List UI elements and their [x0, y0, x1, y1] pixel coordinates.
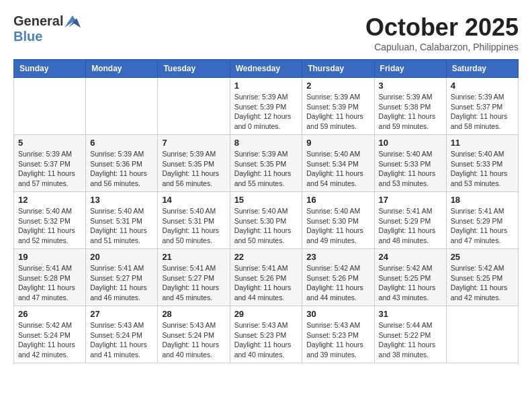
day-info: Sunrise: 5:40 AM Sunset: 5:31 PM Dayligh…	[90, 206, 153, 246]
header-friday: Friday	[374, 60, 446, 78]
day-number: 7	[162, 138, 225, 148]
day-number: 29	[234, 309, 298, 319]
day-info: Sunrise: 5:39 AM Sunset: 5:39 PM Dayligh…	[234, 92, 298, 132]
day-number: 12	[18, 195, 81, 205]
day-info: Sunrise: 5:39 AM Sunset: 5:35 PM Dayligh…	[162, 149, 225, 189]
day-number: 31	[379, 309, 442, 319]
day-info: Sunrise: 5:42 AM Sunset: 5:26 PM Dayligh…	[306, 263, 369, 303]
logo: General Blue	[13, 13, 81, 44]
day-info: Sunrise: 5:41 AM Sunset: 5:26 PM Dayligh…	[234, 263, 298, 303]
calendar-header-row: Sunday Monday Tuesday Wednesday Thursday…	[14, 60, 519, 78]
day-info: Sunrise: 5:39 AM Sunset: 5:37 PM Dayligh…	[451, 92, 514, 132]
calendar-cell: 1Sunrise: 5:39 AM Sunset: 5:39 PM Daylig…	[230, 78, 302, 135]
day-number: 25	[451, 252, 514, 262]
day-number: 6	[90, 138, 153, 148]
location: Capuluan, Calabarzon, Philippines	[365, 42, 519, 52]
day-info: Sunrise: 5:41 AM Sunset: 5:29 PM Dayligh…	[379, 206, 442, 246]
calendar-cell: 28Sunrise: 5:43 AM Sunset: 5:24 PM Dayli…	[158, 306, 230, 363]
week-row-3: 12Sunrise: 5:40 AM Sunset: 5:32 PM Dayli…	[14, 192, 519, 249]
calendar-cell: 13Sunrise: 5:40 AM Sunset: 5:31 PM Dayli…	[86, 192, 158, 249]
calendar-cell: 16Sunrise: 5:40 AM Sunset: 5:30 PM Dayli…	[302, 192, 374, 249]
calendar-cell: 6Sunrise: 5:39 AM Sunset: 5:36 PM Daylig…	[86, 135, 158, 192]
calendar-cell: 8Sunrise: 5:39 AM Sunset: 5:35 PM Daylig…	[230, 135, 302, 192]
calendar-cell: 7Sunrise: 5:39 AM Sunset: 5:35 PM Daylig…	[158, 135, 230, 192]
day-info: Sunrise: 5:39 AM Sunset: 5:36 PM Dayligh…	[90, 149, 153, 189]
day-info: Sunrise: 5:41 AM Sunset: 5:27 PM Dayligh…	[162, 263, 225, 303]
day-number: 28	[162, 309, 225, 319]
day-number: 9	[306, 138, 369, 148]
day-number: 3	[379, 81, 442, 91]
day-info: Sunrise: 5:43 AM Sunset: 5:24 PM Dayligh…	[162, 320, 225, 360]
day-number: 23	[306, 252, 369, 262]
day-number: 11	[451, 138, 514, 148]
calendar-cell: 25Sunrise: 5:42 AM Sunset: 5:25 PM Dayli…	[446, 249, 518, 306]
calendar-table: Sunday Monday Tuesday Wednesday Thursday…	[13, 59, 519, 363]
day-info: Sunrise: 5:41 AM Sunset: 5:29 PM Dayligh…	[451, 206, 514, 246]
day-number: 2	[306, 81, 369, 91]
day-number: 13	[90, 195, 153, 205]
week-row-1: 1Sunrise: 5:39 AM Sunset: 5:39 PM Daylig…	[14, 78, 519, 135]
day-info: Sunrise: 5:43 AM Sunset: 5:24 PM Dayligh…	[90, 320, 153, 360]
logo-bird-icon	[64, 15, 81, 28]
calendar-cell: 10Sunrise: 5:40 AM Sunset: 5:33 PM Dayli…	[374, 135, 446, 192]
day-number: 30	[306, 309, 369, 319]
day-number: 26	[18, 309, 81, 319]
calendar-cell: 3Sunrise: 5:39 AM Sunset: 5:38 PM Daylig…	[374, 78, 446, 135]
logo-blue-text: Blue	[13, 29, 42, 44]
calendar-cell: 29Sunrise: 5:43 AM Sunset: 5:23 PM Dayli…	[230, 306, 302, 363]
calendar-cell: 17Sunrise: 5:41 AM Sunset: 5:29 PM Dayli…	[374, 192, 446, 249]
day-info: Sunrise: 5:39 AM Sunset: 5:37 PM Dayligh…	[18, 149, 81, 189]
week-row-5: 26Sunrise: 5:42 AM Sunset: 5:24 PM Dayli…	[14, 306, 519, 363]
day-number: 14	[162, 195, 225, 205]
calendar-cell: 11Sunrise: 5:40 AM Sunset: 5:33 PM Dayli…	[446, 135, 518, 192]
header-wednesday: Wednesday	[230, 60, 302, 78]
calendar-cell: 4Sunrise: 5:39 AM Sunset: 5:37 PM Daylig…	[446, 78, 518, 135]
day-info: Sunrise: 5:40 AM Sunset: 5:33 PM Dayligh…	[379, 149, 442, 189]
day-number: 24	[379, 252, 442, 262]
day-info: Sunrise: 5:42 AM Sunset: 5:25 PM Dayligh…	[379, 263, 442, 303]
day-info: Sunrise: 5:40 AM Sunset: 5:31 PM Dayligh…	[162, 206, 225, 246]
day-info: Sunrise: 5:39 AM Sunset: 5:39 PM Dayligh…	[306, 92, 369, 132]
week-row-4: 19Sunrise: 5:41 AM Sunset: 5:28 PM Dayli…	[14, 249, 519, 306]
calendar-cell: 22Sunrise: 5:41 AM Sunset: 5:26 PM Dayli…	[230, 249, 302, 306]
day-number: 8	[234, 138, 298, 148]
day-number: 16	[306, 195, 369, 205]
day-number: 1	[234, 81, 298, 91]
logo-general-text: General	[13, 13, 63, 29]
calendar-cell: 27Sunrise: 5:43 AM Sunset: 5:24 PM Dayli…	[86, 306, 158, 363]
day-info: Sunrise: 5:40 AM Sunset: 5:30 PM Dayligh…	[306, 206, 369, 246]
calendar-cell: 24Sunrise: 5:42 AM Sunset: 5:25 PM Dayli…	[374, 249, 446, 306]
title-block: October 2025 Capuluan, Calabarzon, Phili…	[365, 13, 519, 52]
calendar-cell: 26Sunrise: 5:42 AM Sunset: 5:24 PM Dayli…	[14, 306, 86, 363]
day-number: 21	[162, 252, 225, 262]
day-info: Sunrise: 5:40 AM Sunset: 5:33 PM Dayligh…	[451, 149, 514, 189]
calendar-cell: 20Sunrise: 5:41 AM Sunset: 5:27 PM Dayli…	[86, 249, 158, 306]
day-number: 10	[379, 138, 442, 148]
day-number: 22	[234, 252, 298, 262]
calendar-cell	[446, 306, 518, 363]
calendar-cell: 21Sunrise: 5:41 AM Sunset: 5:27 PM Dayli…	[158, 249, 230, 306]
calendar-cell: 31Sunrise: 5:44 AM Sunset: 5:22 PM Dayli…	[374, 306, 446, 363]
calendar-cell: 30Sunrise: 5:43 AM Sunset: 5:23 PM Dayli…	[302, 306, 374, 363]
day-info: Sunrise: 5:42 AM Sunset: 5:24 PM Dayligh…	[18, 320, 81, 360]
day-number: 19	[18, 252, 81, 262]
day-number: 4	[451, 81, 514, 91]
calendar-cell: 12Sunrise: 5:40 AM Sunset: 5:32 PM Dayli…	[14, 192, 86, 249]
day-info: Sunrise: 5:43 AM Sunset: 5:23 PM Dayligh…	[306, 320, 369, 360]
day-info: Sunrise: 5:40 AM Sunset: 5:30 PM Dayligh…	[234, 206, 298, 246]
calendar-cell: 14Sunrise: 5:40 AM Sunset: 5:31 PM Dayli…	[158, 192, 230, 249]
calendar-cell	[158, 78, 230, 135]
day-info: Sunrise: 5:39 AM Sunset: 5:35 PM Dayligh…	[234, 149, 298, 189]
calendar-cell: 19Sunrise: 5:41 AM Sunset: 5:28 PM Dayli…	[14, 249, 86, 306]
calendar-cell: 2Sunrise: 5:39 AM Sunset: 5:39 PM Daylig…	[302, 78, 374, 135]
day-number: 27	[90, 309, 153, 319]
calendar-cell: 23Sunrise: 5:42 AM Sunset: 5:26 PM Dayli…	[302, 249, 374, 306]
month-title: October 2025	[365, 13, 519, 42]
day-number: 17	[379, 195, 442, 205]
header-tuesday: Tuesday	[158, 60, 230, 78]
page-header: General Blue October 2025 Capuluan, Cala…	[13, 13, 519, 52]
day-info: Sunrise: 5:43 AM Sunset: 5:23 PM Dayligh…	[234, 320, 298, 360]
header-thursday: Thursday	[302, 60, 374, 78]
day-info: Sunrise: 5:41 AM Sunset: 5:27 PM Dayligh…	[90, 263, 153, 303]
day-info: Sunrise: 5:39 AM Sunset: 5:38 PM Dayligh…	[379, 92, 442, 132]
